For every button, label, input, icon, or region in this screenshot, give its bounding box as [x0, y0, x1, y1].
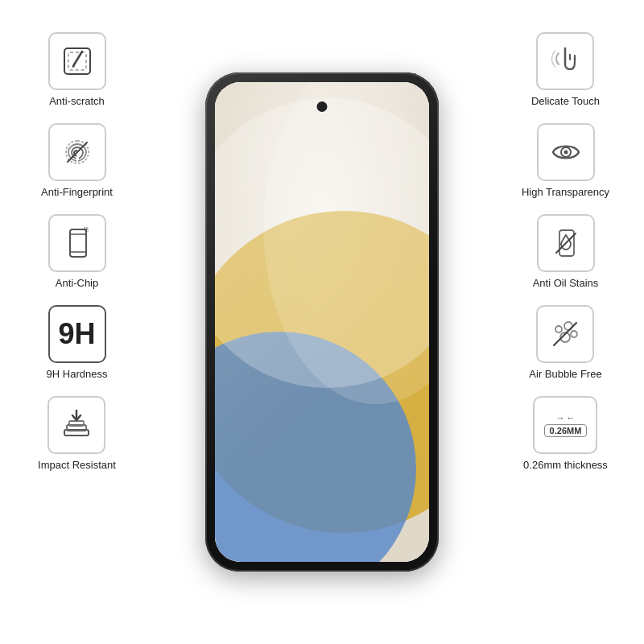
- 9h-hardness-label: 9H Hardness: [47, 368, 108, 382]
- anti-oil-label: Anti Oil Stains: [533, 277, 599, 291]
- 9h-icon-box: 9H: [48, 305, 106, 363]
- phone-outer: [205, 72, 439, 572]
- chip-icon: [60, 225, 95, 261]
- impact-icon: [59, 407, 94, 443]
- thickness-arrows: → ←: [555, 413, 575, 423]
- phone-screen: [215, 82, 429, 562]
- anti-chip-icon-box: [48, 214, 106, 272]
- anti-fingerprint-icon-box: [48, 123, 106, 181]
- camera-hole: [317, 101, 328, 112]
- feature-thickness: → ← 0.26MM 0.26mm thickness: [523, 396, 608, 473]
- feature-air-bubble: Air Bubble Free: [529, 305, 601, 382]
- screen-svg: [215, 82, 429, 562]
- feature-impact-resistant: Impact Resistant: [38, 396, 116, 473]
- impact-icon-box: [47, 396, 105, 454]
- thickness-icon-box: → ← 0.26MM: [533, 396, 597, 454]
- bubble-icon: [547, 316, 583, 352]
- feature-anti-oil: Anti Oil Stains: [533, 214, 599, 291]
- thickness-label: 0.26mm thickness: [523, 459, 608, 473]
- feature-delicate-touch: Delicate Touch: [531, 32, 600, 109]
- svg-point-18: [564, 150, 568, 154]
- main-container: Anti-scratch Anti-Fingerprint: [0, 0, 644, 644]
- fingerprint-icon: [60, 134, 95, 170]
- anti-oil-icon-box: [537, 214, 595, 272]
- anti-scratch-icon-box: [48, 32, 106, 90]
- eye-icon: [548, 134, 584, 170]
- delicate-touch-label: Delicate Touch: [531, 95, 600, 109]
- arrow-left: →: [555, 413, 564, 423]
- svg-marker-3: [72, 66, 76, 68]
- right-features: Delicate Touch High Transparency: [495, 32, 636, 472]
- feature-anti-fingerprint: Anti-Fingerprint: [41, 123, 113, 200]
- svg-line-2: [73, 52, 82, 66]
- scratch-icon: [60, 43, 95, 79]
- air-bubble-icon-box: [536, 305, 594, 363]
- screen-art: [215, 82, 429, 562]
- air-bubble-label: Air Bubble Free: [529, 368, 601, 382]
- feature-anti-chip: Anti-Chip: [48, 214, 106, 291]
- touch-icon: [547, 43, 583, 79]
- feature-high-transparency: High Transparency: [522, 123, 609, 200]
- anti-scratch-label: Anti-scratch: [49, 95, 105, 109]
- delicate-touch-icon-box: [536, 32, 594, 90]
- arrow-right: ←: [566, 413, 575, 423]
- anti-chip-label: Anti-Chip: [56, 277, 98, 291]
- svg-line-4: [68, 142, 87, 162]
- svg-point-21: [555, 326, 562, 332]
- anti-fingerprint-label: Anti-Fingerprint: [41, 186, 113, 200]
- svg-point-24: [571, 331, 577, 337]
- svg-rect-5: [70, 229, 86, 257]
- feature-9h-hardness: 9H 9H Hardness: [47, 305, 108, 382]
- high-transparency-label: High Transparency: [522, 186, 609, 200]
- phone-wrapper: [205, 72, 439, 572]
- high-transparency-icon-box: [537, 123, 595, 181]
- 9h-text: 9H: [58, 317, 95, 351]
- left-features: Anti-scratch Anti-Fingerprint: [14, 32, 139, 472]
- impact-resistant-label: Impact Resistant: [38, 459, 116, 473]
- oil-icon: [548, 225, 584, 261]
- feature-anti-scratch: Anti-scratch: [48, 32, 106, 109]
- thickness-value: 0.26MM: [544, 424, 588, 437]
